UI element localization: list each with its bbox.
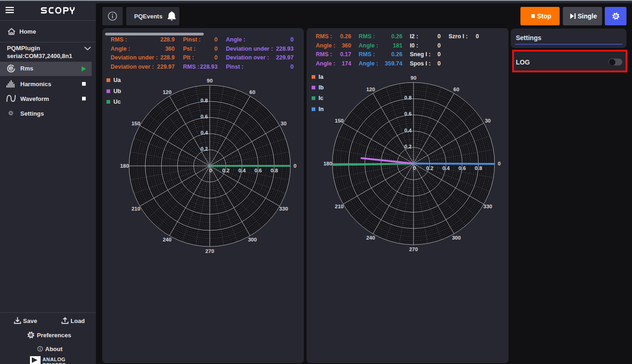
svg-text:30: 30 (281, 121, 287, 126)
svg-text:150: 150 (335, 118, 343, 123)
svg-text:0.4: 0.4 (201, 130, 208, 135)
svg-text:0.4: 0.4 (404, 128, 412, 133)
svg-text:270: 270 (409, 247, 418, 252)
svg-text:30: 30 (485, 118, 491, 123)
svg-text:300: 300 (248, 237, 257, 242)
svg-text:0.4: 0.4 (238, 168, 246, 173)
svg-text:120: 120 (163, 89, 171, 95)
svg-text:90: 90 (207, 78, 213, 83)
svg-text:90: 90 (411, 75, 417, 81)
svg-text:240: 240 (163, 237, 171, 242)
svg-text:60: 60 (454, 87, 460, 92)
svg-text:0.2: 0.2 (426, 165, 433, 171)
svg-text:0.6: 0.6 (404, 111, 412, 117)
svg-text:270: 270 (205, 248, 214, 254)
svg-text:0: 0 (209, 168, 212, 173)
svg-text:0.6: 0.6 (201, 114, 208, 119)
svg-text:330: 330 (484, 204, 492, 209)
svg-text:120: 120 (366, 87, 375, 92)
svg-text:0: 0 (498, 161, 501, 166)
svg-text:0: 0 (413, 165, 416, 171)
svg-text:240: 240 (366, 235, 375, 241)
svg-text:60: 60 (249, 89, 255, 95)
svg-text:0: 0 (294, 163, 296, 169)
svg-text:0.8: 0.8 (475, 165, 483, 171)
svg-text:0.8: 0.8 (271, 168, 278, 173)
svg-text:300: 300 (452, 235, 461, 241)
svg-text:330: 330 (279, 206, 288, 211)
svg-text:0.2: 0.2 (404, 144, 412, 149)
svg-text:0.8: 0.8 (201, 98, 208, 103)
svg-text:210: 210 (335, 204, 343, 209)
svg-text:0.2: 0.2 (201, 146, 208, 152)
svg-text:150: 150 (131, 121, 140, 126)
svg-text:210: 210 (131, 206, 140, 211)
svg-text:180: 180 (120, 163, 129, 169)
svg-text:180: 180 (323, 161, 332, 166)
svg-text:0.8: 0.8 (404, 95, 412, 100)
svg-text:0.6: 0.6 (459, 165, 466, 171)
svg-text:0.2: 0.2 (222, 168, 230, 173)
svg-text:0.6: 0.6 (254, 168, 262, 173)
svg-text:0.4: 0.4 (442, 165, 450, 171)
